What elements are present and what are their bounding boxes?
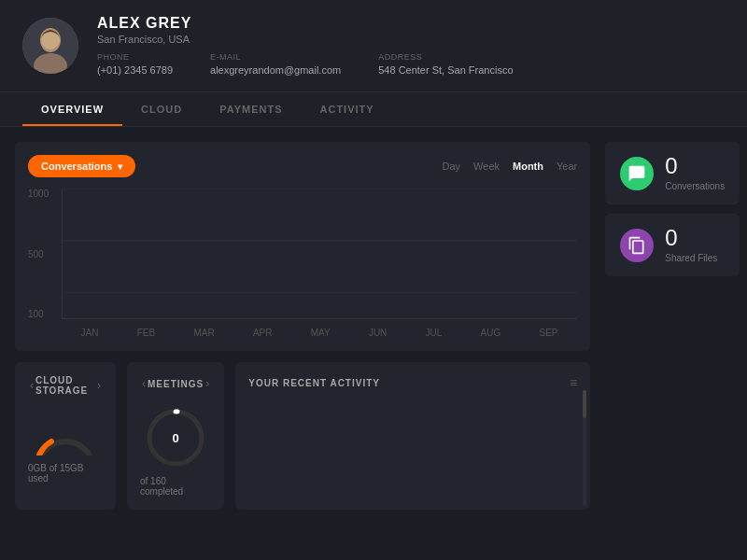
- shared-files-label: Shared Files: [665, 253, 725, 263]
- shared-files-count: 0: [665, 227, 725, 249]
- filter-year[interactable]: Year: [557, 161, 577, 172]
- x-label-jan: JAN: [81, 328, 99, 338]
- time-filters: Day Week Month Year: [443, 161, 578, 172]
- meetings-next-button[interactable]: ›: [204, 375, 211, 392]
- x-label-jun: JUN: [369, 328, 387, 338]
- y-label-1000: 1000: [28, 189, 49, 199]
- email-value: alexgreyrandom@gmail.com: [210, 64, 341, 76]
- profile-location: San Francisco, USA: [97, 34, 725, 45]
- scrollbar-thumb[interactable]: [583, 390, 586, 418]
- tab-activity[interactable]: ACTIVITY: [302, 92, 393, 126]
- conversations-info: 0 Conversations: [665, 155, 725, 191]
- y-label-100: 100: [28, 309, 49, 319]
- nav-tabs: OVERVIEW CLOUD PAYMENTS ACTIVITY: [0, 92, 747, 127]
- phone-value: (+01) 2345 6789: [97, 64, 173, 76]
- phone-contact: PHONE (+01) 2345 6789: [97, 52, 173, 77]
- profile-info: ALEX GREY San Francisco, USA PHONE (+01)…: [97, 15, 725, 77]
- conversations-dropdown[interactable]: Conversations: [28, 155, 135, 177]
- left-panel: Conversations Day Week Month Year 1000 5…: [15, 142, 590, 510]
- chart-area: Conversations Day Week Month Year 1000 5…: [15, 142, 590, 351]
- chart-wrapper: 1000 500 100 JAN FEB MAR: [28, 189, 577, 338]
- x-label-aug: AUG: [481, 328, 501, 338]
- cloud-storage-title: CLOUD STORAGE: [35, 375, 95, 396]
- shared-files-icon: [620, 229, 654, 262]
- conversations-label: Conversations: [665, 181, 725, 191]
- stat-conversations: 0 Conversations: [605, 142, 740, 204]
- x-label-feb: FEB: [137, 328, 155, 338]
- cloud-storage-header: ‹ CLOUD STORAGE ›: [28, 375, 103, 396]
- cloud-prev-nav: ‹: [28, 377, 35, 394]
- main-content: Conversations Day Week Month Year 1000 5…: [0, 127, 747, 525]
- shared-files-info: 0 Shared Files: [665, 227, 725, 263]
- filter-day[interactable]: Day: [443, 161, 461, 172]
- conversations-count: 0: [665, 155, 725, 177]
- activity-menu-icon[interactable]: ≡: [570, 375, 577, 390]
- meetings-next-nav: ›: [204, 375, 211, 392]
- cloud-storage-card: ‹ CLOUD STORAGE › 0GB of 15GB used: [15, 362, 116, 510]
- phone-label: PHONE: [97, 52, 173, 62]
- cloud-next-nav: ›: [95, 377, 103, 394]
- x-label-apr: APR: [253, 328, 273, 338]
- chart-x-labels: JAN FEB MAR APR MAY JUN JUL AUG SEP: [62, 328, 577, 338]
- cloud-next-button[interactable]: ›: [95, 377, 103, 394]
- tab-payments[interactable]: PAYMENTS: [201, 92, 301, 126]
- profile-name: ALEX GREY: [97, 15, 725, 32]
- chart-header: Conversations Day Week Month Year: [28, 155, 577, 177]
- bottom-row: ‹ CLOUD STORAGE › 0GB of 15GB used: [15, 362, 590, 510]
- avatar: [22, 18, 78, 74]
- tab-cloud[interactable]: CLOUD: [122, 92, 201, 126]
- contact-info: PHONE (+01) 2345 6789 E-MAIL alexgreyran…: [97, 52, 725, 77]
- meetings-label: of 160 completed: [140, 476, 211, 497]
- activity-header: YOUR RECENT ACTIVITY ≡: [248, 375, 577, 390]
- meetings-title: MEETINGS: [148, 379, 204, 389]
- meetings-header: ‹ MEETINGS ›: [140, 375, 211, 392]
- activity-title: YOUR RECENT ACTIVITY: [248, 378, 380, 388]
- email-contact: E-MAIL alexgreyrandom@gmail.com: [210, 52, 341, 77]
- cloud-storage-label: 0GB of 15GB used: [28, 463, 103, 483]
- address-contact: ADDRESS 548 Center St, San Francisco: [378, 52, 513, 77]
- scrollbar-track: [583, 390, 586, 506]
- chart-y-labels: 1000 500 100: [28, 189, 49, 319]
- x-label-sep: SEP: [540, 328, 558, 338]
- meetings-card: ‹ MEETINGS › 0 of 160 completed: [127, 362, 224, 510]
- chart-canvas: [62, 189, 577, 319]
- activity-card: YOUR RECENT ACTIVITY ≡: [235, 362, 590, 510]
- tab-overview[interactable]: OVERVIEW: [22, 92, 122, 126]
- x-label-jul: JUL: [426, 328, 443, 338]
- x-label-may: MAY: [311, 328, 331, 338]
- email-label: E-MAIL: [210, 52, 341, 62]
- address-value: 548 Center St, San Francisco: [378, 64, 513, 76]
- filter-month[interactable]: Month: [513, 161, 543, 172]
- meetings-prev-nav: ‹: [140, 375, 148, 392]
- conversations-icon: [620, 157, 654, 190]
- meetings-prev-button[interactable]: ‹: [140, 375, 148, 392]
- donut-container: 0: [143, 405, 208, 470]
- filter-week[interactable]: Week: [473, 161, 500, 172]
- header: ALEX GREY San Francisco, USA PHONE (+01)…: [0, 0, 747, 92]
- stat-shared-files: 0 Shared Files: [605, 214, 740, 276]
- x-label-mar: MAR: [193, 328, 214, 338]
- donut-center-value: 0: [172, 431, 178, 445]
- stats-grid: 0 Conversations 0 Messages: [605, 142, 747, 276]
- address-label: ADDRESS: [378, 52, 513, 62]
- right-panel: 0 Conversations 0 Messages: [605, 142, 747, 510]
- y-label-500: 500: [28, 249, 49, 259]
- gauge-container: [28, 409, 103, 455]
- cloud-prev-button[interactable]: ‹: [28, 377, 35, 394]
